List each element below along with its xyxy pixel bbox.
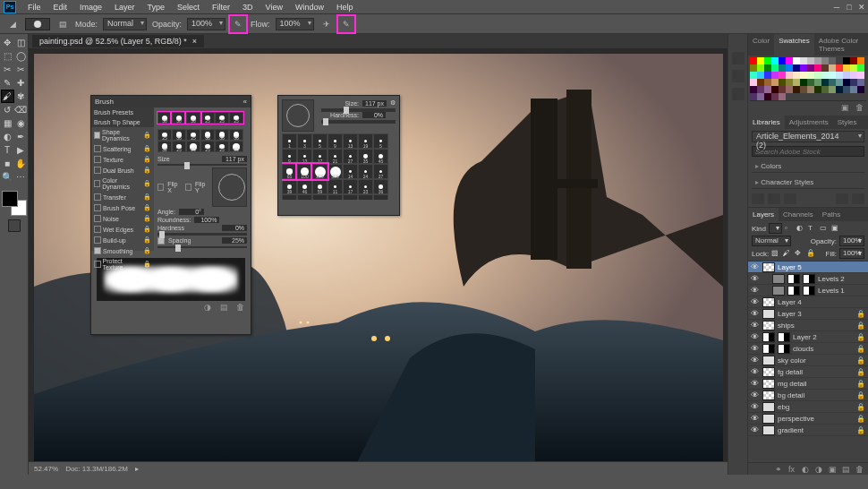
swatch[interactable] <box>807 86 814 93</box>
blend-mode-dropdown[interactable]: Normal <box>752 236 791 246</box>
swatch[interactable] <box>800 72 807 79</box>
qb-size-slider[interactable] <box>321 108 396 112</box>
brush-preset-tip[interactable]: 55 <box>373 194 388 200</box>
swatch[interactable] <box>764 57 771 64</box>
lock-all-icon[interactable]: 🔒 <box>806 249 815 258</box>
brush-tip-shape-btn[interactable]: Brush Tip Shape <box>91 117 154 127</box>
brush-option-texture[interactable]: Texture🔒 <box>91 154 154 165</box>
color-swatches[interactable] <box>2 191 27 216</box>
swatch[interactable] <box>757 72 764 79</box>
collapse-icon[interactable]: « <box>243 98 247 106</box>
hardness-value[interactable]: 0% <box>222 225 247 231</box>
link-layers-icon[interactable]: ⚭ <box>775 465 784 474</box>
qb-hardness-slider[interactable] <box>321 120 396 124</box>
adjustments-tab[interactable]: Adjustments <box>785 116 833 129</box>
visibility-icon[interactable]: 👁 <box>751 425 760 434</box>
mode-dropdown[interactable]: Normal <box>103 18 147 30</box>
quick-select-tool-icon[interactable]: ✂ <box>1 63 14 76</box>
visibility-icon[interactable]: 👁 <box>751 344 760 353</box>
menu-filter[interactable]: Filter <box>206 3 236 12</box>
window-close-icon[interactable]: ✕ <box>855 2 868 13</box>
brush-option-brush-pose[interactable]: Brush Pose🔒 <box>91 202 154 213</box>
layer-row[interactable]: 👁clouds🔒 <box>748 343 868 355</box>
brush-preset-tip[interactable]: 27 <box>343 149 358 164</box>
swatch[interactable] <box>814 64 821 72</box>
visibility-icon[interactable]: 👁 <box>751 274 760 283</box>
qb-hardness-value[interactable]: 0% <box>362 112 386 118</box>
swatch-grid[interactable] <box>750 57 866 100</box>
swatch[interactable] <box>750 93 757 100</box>
brush-preset-tip[interactable]: 35 <box>358 149 373 164</box>
brush-tip[interactable]: 36 <box>200 129 215 141</box>
adobe-color-tab[interactable]: Adobe Color Themes <box>814 34 868 56</box>
menu-select[interactable]: Select <box>171 3 206 12</box>
edit-toolbar-icon[interactable]: ⋯ <box>14 170 28 184</box>
brush-preset-tip[interactable]: 19 <box>358 133 373 149</box>
size-slider[interactable] <box>157 164 247 166</box>
layer-list[interactable]: 👁Layer 5👁Levels 2👁Levels 1👁Layer 4👁Layer… <box>748 262 868 462</box>
new-layer-icon[interactable]: ▤ <box>842 465 851 474</box>
brush-tip[interactable]: 25 <box>172 141 186 152</box>
visibility-icon[interactable]: 👁 <box>751 379 760 388</box>
brush-preset-tip[interactable]: 17 <box>312 149 328 164</box>
layer-row[interactable]: 👁bg detail🔒 <box>748 390 868 401</box>
brush-tip[interactable]: 25 <box>157 129 172 141</box>
swatch[interactable] <box>807 57 814 64</box>
swatch[interactable] <box>800 57 807 64</box>
swatch[interactable] <box>843 72 850 79</box>
swatch[interactable] <box>779 57 786 64</box>
brush-panel-toggle-icon[interactable]: ▤ <box>55 17 70 31</box>
swatch[interactable] <box>843 86 850 93</box>
brush-preset-tip[interactable]: 13 <box>343 133 358 149</box>
fill-dropdown[interactable]: 100% <box>839 248 864 259</box>
swatch[interactable] <box>793 86 800 93</box>
swatch[interactable] <box>750 64 757 72</box>
layer-opacity-dropdown[interactable]: 100% <box>839 236 864 246</box>
brush-tip[interactable]: 30 <box>172 112 186 124</box>
layers-tab[interactable]: Layers <box>748 208 779 221</box>
library-search-input[interactable] <box>752 146 864 157</box>
hand-tool-icon[interactable]: ✋ <box>14 157 28 170</box>
layer-row[interactable]: 👁Levels 2 <box>748 273 868 285</box>
brush-preset-tip[interactable]: 24 <box>358 164 373 179</box>
swatch[interactable] <box>800 79 807 86</box>
brush-preset-tip[interactable]: 17 <box>343 179 358 194</box>
colors-group[interactable]: Colors <box>752 160 864 173</box>
swatch[interactable] <box>764 72 771 79</box>
brush-preset-tip[interactable]: 5 <box>373 133 388 149</box>
brush-preset-tip[interactable]: 39 <box>282 179 297 194</box>
layer-row[interactable]: 👁gradient🔒 <box>748 425 868 436</box>
layer-row[interactable]: 👁Layer 5 <box>748 262 868 273</box>
zoom-readout[interactable]: 52.47% <box>34 465 58 473</box>
library-dropdown[interactable]: Article_Elements_2014 (2) <box>752 131 864 142</box>
brush-option-shape-dynamics[interactable]: Shape Dynamics🔒 <box>91 127 154 143</box>
lock-pixels-icon[interactable]: 🖌 <box>783 249 792 258</box>
swatch[interactable] <box>843 64 850 72</box>
swatch[interactable] <box>836 57 843 64</box>
swatch[interactable] <box>779 79 786 86</box>
angle-value[interactable]: 0° <box>179 209 204 215</box>
swatch[interactable] <box>829 72 836 79</box>
visibility-icon[interactable]: 👁 <box>751 332 760 341</box>
tool-preset-icon[interactable]: ◢ <box>5 17 20 31</box>
gear-icon[interactable]: ⚙ <box>390 99 396 107</box>
swatch[interactable] <box>779 93 786 100</box>
opacity-dropdown[interactable]: 100% <box>187 18 226 30</box>
brush-preset-tip[interactable]: 14 <box>312 194 328 200</box>
layer-row[interactable]: 👁Layer 2🔒 <box>748 331 868 343</box>
visibility-icon[interactable]: 👁 <box>751 309 760 318</box>
brush-option-smoothing[interactable]: Smoothing🔒 <box>91 245 154 256</box>
swatch[interactable] <box>786 64 793 72</box>
toggle-preview-icon[interactable]: ◑ <box>204 303 215 312</box>
brush-angle-editor[interactable] <box>282 99 314 132</box>
layer-row[interactable]: 👁perspective🔒 <box>748 413 868 425</box>
swatches-tab[interactable]: Swatches <box>774 34 814 56</box>
brush-option-build-up[interactable]: Build-up🔒 <box>91 235 154 245</box>
swatch[interactable] <box>836 86 843 93</box>
lib-delete-icon[interactable] <box>852 193 864 204</box>
flip-x-checkbox[interactable] <box>157 184 164 191</box>
swatch[interactable] <box>850 79 857 86</box>
brush-preset-tip[interactable]: 3 <box>297 133 312 149</box>
airbrush-icon[interactable]: ✈ <box>319 17 334 31</box>
layer-row[interactable]: 👁fg detail🔒 <box>748 366 868 378</box>
